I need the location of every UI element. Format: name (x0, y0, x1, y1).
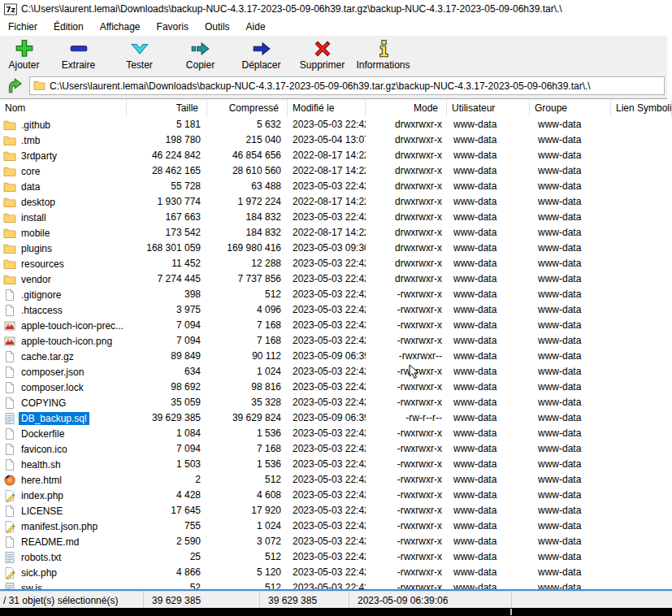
file-row[interactable]: LICENSE17 64517 9202023-05-03 22:42-rwxr… (0, 503, 672, 518)
file-name[interactable]: plugins (19, 242, 54, 255)
file-name[interactable]: here.html (19, 474, 64, 487)
file-name-cell: sick.php (0, 565, 127, 580)
file-name[interactable]: robots.txt (19, 551, 63, 564)
file-modified: 2023-05-03 22:42 (288, 549, 366, 565)
file-row[interactable]: core28 462 16528 610 5602022-08-17 14:22… (0, 163, 672, 179)
file-row[interactable]: .github5 1815 6322023-05-03 22:42drwxrwx… (0, 117, 672, 132)
test-button[interactable]: Tester (109, 37, 170, 73)
file-name[interactable]: .htaccess (19, 304, 65, 317)
file-row[interactable]: 3rdparty46 224 84246 854 6562022-08-17 1… (0, 148, 672, 163)
file-row[interactable]: data55 72863 4882023-05-03 22:42drwxrwxr… (0, 179, 672, 194)
file-row[interactable]: favicon.ico7 0947 1682023-05-03 22:42-rw… (0, 441, 672, 457)
file-row[interactable]: mobile173 542184 8322022-08-17 14:22drwx… (0, 225, 672, 241)
column-header-symlink[interactable]: Lien Symboli (611, 99, 672, 117)
file-name[interactable]: desktop (19, 196, 58, 209)
file-name[interactable]: sw.js (19, 582, 45, 590)
column-header-compressed[interactable]: Compressé (207, 99, 288, 117)
file-row[interactable]: DB_backup.sql39 629 38539 629 8242023-05… (0, 410, 672, 426)
file-name[interactable]: composer.json (19, 366, 86, 379)
file-name[interactable]: install (19, 211, 49, 224)
copy-button[interactable]: Copier (170, 37, 231, 73)
file-name[interactable]: 3rdparty (19, 150, 59, 163)
column-header-size[interactable]: Taille (127, 99, 207, 117)
column-header-name[interactable]: Nom (0, 99, 127, 117)
file-mode: -rwxrwxr-x (366, 580, 447, 589)
file-compressed: 4 096 (207, 302, 288, 318)
file-name[interactable]: manifest.json.php (19, 520, 100, 533)
file-name[interactable]: LICENSE (19, 505, 65, 518)
file-row[interactable]: README.md2 5903 0722023-05-03 22:42-rwxr… (0, 534, 672, 549)
file-name[interactable]: mobile (19, 227, 52, 240)
file-name[interactable]: index.php (19, 489, 66, 502)
file-name[interactable]: .github (19, 119, 53, 132)
move-button[interactable]: Déplacer (231, 37, 292, 73)
file-row[interactable]: cache.tar.gz89 84990 1122023-05-09 06:39… (0, 349, 672, 364)
address-input[interactable]: C:\Users\laurent.lemai\Downloads\backup-… (29, 76, 665, 95)
file-name[interactable]: Dockerfile (19, 427, 67, 440)
file-symlink (611, 318, 672, 333)
file-row[interactable]: sw.js525122023-05-03 22:42-rwxrwxr-xwww-… (0, 580, 672, 589)
file-name[interactable]: .tmb (19, 134, 42, 147)
info-button[interactable]: Informations (353, 37, 414, 73)
file-row[interactable]: composer.lock98 69298 8162023-05-03 22:4… (0, 380, 672, 395)
menu-item-affichage[interactable]: Affichage (92, 18, 149, 36)
file-row[interactable]: manifest.json.php7551 0242023-05-03 22:4… (0, 518, 672, 534)
file-name[interactable]: vendor (19, 273, 54, 286)
file-row[interactable]: apple-touch-icon-prec...7 0947 1682023-0… (0, 318, 672, 333)
column-header-group[interactable]: Groupe (530, 99, 611, 117)
file-size: 2 590 (127, 534, 207, 549)
file-row[interactable]: .tmb198 780215 0402023-05-04 13:07drwxrw… (0, 132, 672, 148)
parent-folder-button[interactable] (3, 76, 25, 97)
file-name[interactable]: README.md (19, 536, 81, 549)
file-row[interactable]: Dockerfile1 0841 5362023-05-03 22:42-rwx… (0, 426, 672, 441)
bottom-black-strip (0, 608, 672, 616)
menu-item-aide[interactable]: Aide (238, 18, 274, 36)
file-name[interactable]: sick.php (19, 566, 59, 579)
extract-button[interactable]: Extraire (48, 37, 109, 73)
file-row[interactable]: health.sh1 5031 5362023-05-03 22:42-rwxr… (0, 457, 672, 472)
file-name[interactable]: resources (19, 258, 67, 271)
file-group: www-data (530, 472, 611, 488)
file-row[interactable]: .htaccess3 9754 0962023-05-03 22:42-rwxr… (0, 302, 672, 318)
file-row[interactable]: plugins168 301 059169 980 4162023-05-03 … (0, 241, 672, 256)
file-name[interactable]: data (19, 180, 42, 193)
file-row[interactable]: robots.txt255122023-05-03 22:42-rwxrwxr-… (0, 549, 672, 565)
column-header-user[interactable]: Utilisateur (447, 99, 530, 117)
column-header-mode[interactable]: Mode (366, 99, 447, 117)
file-row[interactable]: composer.json6341 0242023-05-03 22:42-rw… (0, 364, 672, 380)
file-name[interactable]: DB_backup.sql (19, 412, 89, 425)
file-row[interactable]: here.html25122023-05-03 22:42-rwxrwxr-xw… (0, 472, 672, 488)
file-name[interactable]: core (19, 165, 42, 178)
menu-item-favoris[interactable]: Favoris (149, 18, 197, 36)
menu-item-fichier[interactable]: Fichier (0, 18, 46, 36)
add-button[interactable]: Ajouter (0, 37, 48, 73)
file-mode: -rwxrwxr-x (366, 333, 447, 349)
file-size: 4 428 (127, 488, 207, 503)
file-mode: -rw-r--r-- (366, 410, 447, 426)
menu-item-outils[interactable]: Outils (197, 18, 238, 36)
file-modified: 2023-05-03 22:42 (288, 441, 366, 457)
file-name[interactable]: .gitignore (19, 288, 63, 301)
file-name[interactable]: favicon.ico (19, 443, 70, 456)
file-row[interactable]: install167 663184 8322023-05-03 22:42drw… (0, 210, 672, 225)
file-row[interactable]: index.php4 4284 6082023-05-03 22:42-rwxr… (0, 488, 672, 503)
file-row[interactable]: sick.php4 8665 1202023-05-03 22:42-rwxrw… (0, 565, 672, 580)
file-compressed: 17 920 (207, 503, 288, 518)
file-name[interactable]: apple-touch-icon.png (19, 335, 115, 348)
file-name[interactable]: composer.lock (19, 381, 86, 394)
delete-button[interactable]: Supprimer (292, 37, 353, 73)
file-name[interactable]: health.sh (19, 458, 63, 471)
file-row[interactable]: COPYING35 05935 3282023-05-03 22:42-rwxr… (0, 395, 672, 410)
column-header-modified[interactable]: Modifié le (288, 99, 366, 117)
file-name[interactable]: COPYING (19, 397, 68, 410)
file-row[interactable]: vendor7 274 4457 737 8562023-05-03 22:42… (0, 271, 672, 287)
file-name[interactable]: cache.tar.gz (19, 350, 76, 363)
file-size: 28 462 165 (127, 163, 207, 179)
menu-item-edition[interactable]: Édition (46, 18, 92, 36)
file-user: www-data (447, 349, 530, 364)
file-name[interactable]: apple-touch-icon-prec... (19, 319, 126, 332)
file-row[interactable]: .gitignore3985122023-05-03 22:42-rwxrwxr… (0, 287, 672, 302)
file-row[interactable]: apple-touch-icon.png7 0947 1682023-05-03… (0, 333, 672, 349)
file-row[interactable]: resources11 45212 2882023-05-03 22:42drw… (0, 256, 672, 271)
file-row[interactable]: desktop1 930 7741 972 2242022-08-17 14:2… (0, 194, 672, 210)
